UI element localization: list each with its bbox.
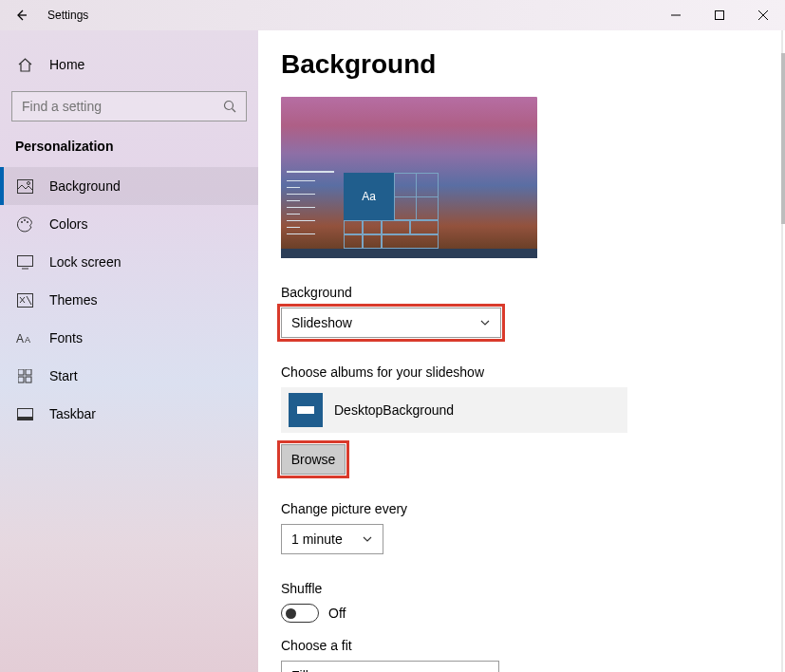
minimize-button[interactable]	[654, 0, 698, 30]
svg-point-5	[24, 219, 26, 221]
sidebar-item-colors[interactable]: Colors	[0, 205, 258, 243]
svg-rect-8	[17, 293, 32, 307]
sidebar-item-taskbar[interactable]: Taskbar	[0, 395, 258, 433]
svg-rect-11	[18, 369, 24, 375]
sidebar-item-label: Themes	[49, 292, 98, 308]
sidebar-item-label: Background	[49, 178, 121, 194]
svg-rect-14	[26, 377, 31, 383]
picture-icon	[15, 177, 34, 196]
svg-rect-7	[17, 255, 32, 266]
background-dropdown-value: Slideshow	[291, 315, 352, 330]
sidebar-section-label: Personalization	[0, 139, 258, 167]
shuffle-label: Shuffle	[281, 581, 762, 596]
home-icon	[15, 55, 34, 74]
fonts-icon: AA	[15, 328, 34, 347]
chevron-down-icon	[479, 317, 491, 328]
chevron-down-icon	[362, 533, 373, 545]
titlebar: Settings	[0, 0, 785, 30]
sidebar-home-label: Home	[49, 57, 84, 72]
svg-rect-13	[18, 377, 24, 383]
sidebar-item-background[interactable]: Background	[0, 167, 258, 205]
close-icon	[758, 10, 768, 20]
search-icon	[223, 100, 236, 113]
sidebar-item-start[interactable]: Start	[0, 357, 258, 395]
change-picture-value: 1 minute	[291, 532, 343, 547]
sidebar-home[interactable]: Home	[0, 46, 258, 84]
shuffle-toggle[interactable]	[281, 604, 319, 623]
palette-icon	[15, 215, 34, 233]
shuffle-state: Off	[328, 606, 346, 621]
start-icon	[15, 366, 34, 385]
svg-rect-0	[716, 11, 724, 20]
svg-point-3	[27, 181, 29, 184]
search-input[interactable]	[22, 99, 223, 114]
preview-tile-text: Aa	[344, 173, 394, 220]
back-button[interactable]	[0, 0, 42, 30]
change-picture-label: Change picture every	[281, 501, 762, 516]
background-dropdown-label: Background	[281, 285, 762, 300]
minimize-icon	[671, 10, 681, 20]
change-picture-dropdown[interactable]: 1 minute	[281, 524, 383, 554]
fit-value: Fill	[291, 668, 308, 672]
browse-button[interactable]: Browse	[281, 444, 346, 475]
folder-icon	[289, 393, 323, 427]
svg-point-4	[21, 221, 23, 223]
albums-label: Choose albums for your slideshow	[281, 364, 762, 380]
maximize-button[interactable]	[698, 0, 741, 30]
page-title: Background	[281, 49, 762, 80]
search-box[interactable]	[11, 91, 247, 121]
sidebar-item-label: Start	[49, 368, 78, 383]
lockscreen-icon	[15, 252, 34, 271]
close-button[interactable]	[741, 0, 785, 30]
sidebar-item-lockscreen[interactable]: Lock screen	[0, 243, 258, 281]
sidebar-item-themes[interactable]: Themes	[0, 281, 258, 319]
sidebar-item-label: Lock screen	[49, 254, 121, 270]
taskbar-icon	[15, 404, 34, 423]
svg-text:A: A	[16, 332, 24, 345]
fit-label: Choose a fit	[281, 638, 762, 653]
background-preview: Aa	[281, 97, 537, 258]
svg-text:A: A	[25, 335, 30, 345]
sidebar-item-label: Taskbar	[49, 406, 96, 421]
sidebar-item-label: Colors	[49, 216, 87, 232]
svg-point-1	[225, 102, 234, 110]
background-dropdown[interactable]: Slideshow	[281, 308, 501, 338]
main-content: Background Aa	[258, 30, 785, 672]
album-item[interactable]: DesktopBackground	[281, 387, 627, 433]
scrollbar-thumb[interactable]	[781, 53, 785, 224]
album-name: DesktopBackground	[334, 402, 454, 418]
window-title: Settings	[47, 9, 88, 22]
svg-rect-12	[26, 369, 31, 375]
svg-point-6	[27, 221, 28, 223]
maximize-icon	[715, 10, 724, 20]
sidebar-item-fonts[interactable]: AA Fonts	[0, 319, 258, 357]
svg-rect-16	[17, 417, 32, 420]
themes-icon	[15, 290, 34, 309]
back-arrow-icon	[14, 9, 28, 22]
sidebar: Home Personalization Background Colors L…	[0, 30, 258, 672]
sidebar-item-label: Fonts	[49, 330, 83, 345]
fit-dropdown[interactable]: Fill	[281, 661, 499, 672]
